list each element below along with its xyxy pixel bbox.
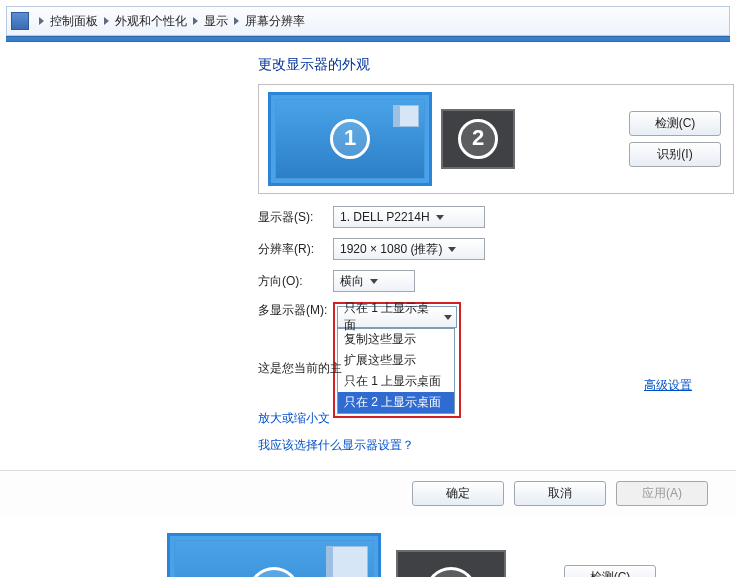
detect-button[interactable]: 检测(C) (629, 111, 721, 136)
monitor-2[interactable]: 2 (441, 109, 515, 169)
orientation-select[interactable]: 横向 (333, 270, 415, 292)
control-panel-icon (11, 12, 29, 30)
display-value: 1. DELL P2214H (340, 210, 430, 224)
taskbar-thumb-icon (393, 105, 419, 127)
resolution-label: 分辨率(R): (258, 241, 333, 258)
orientation-label: 方向(O): (258, 273, 333, 290)
advanced-settings-link[interactable]: 高级设置 (644, 377, 692, 394)
magnify-link[interactable]: 放大或缩小文 (258, 411, 330, 425)
display-label: 显示器(S): (258, 209, 333, 226)
crumb-display[interactable]: 显示 (204, 13, 228, 30)
dialog-buttons: 确定 取消 应用(A) (0, 470, 736, 516)
resolution-select[interactable]: 1920 × 1080 (推荐) (333, 238, 485, 260)
page-title: 更改显示器的外观 (258, 56, 718, 74)
detect-button[interactable]: 检测(C) (564, 565, 656, 577)
display-select[interactable]: 1. DELL P2214H (333, 206, 485, 228)
which-display-link[interactable]: 我应该选择什么显示器设置？ (258, 437, 414, 454)
monitor-number-1: 1 (330, 119, 370, 159)
multi-display-label: 多显示器(M): (258, 302, 333, 319)
chevron-down-icon (436, 215, 444, 220)
chevron-down-icon (444, 315, 452, 320)
taskbar-thumb-icon (326, 546, 368, 577)
resolution-value: 1920 × 1080 (推荐) (340, 241, 442, 258)
monitor-number-2: 2 (458, 119, 498, 159)
monitor-1-large[interactable]: 1 (170, 536, 378, 577)
ok-button[interactable]: 确定 (412, 481, 504, 506)
crumb-resolution[interactable]: 屏幕分辨率 (245, 13, 305, 30)
primary-status-text: 这是您当前的主 (258, 360, 718, 377)
chevron-down-icon (370, 279, 378, 284)
multi-display-select[interactable]: 只在 1 上显示桌面 (337, 306, 457, 328)
chevron-right-icon (104, 17, 109, 25)
multi-display-value: 只在 1 上显示桌面 (344, 300, 438, 334)
chevron-right-icon (234, 17, 239, 25)
cancel-button[interactable]: 取消 (514, 481, 606, 506)
monitor-number-1: 1 (248, 567, 300, 577)
monitor-preview: 1 2 检测(C) 识别(I) (258, 84, 734, 194)
identify-button[interactable]: 识别(I) (629, 142, 721, 167)
monitor-1[interactable]: 1 (271, 95, 429, 183)
monitor-number-2: 2 (425, 567, 477, 577)
breadcrumb[interactable]: 控制面板 外观和个性化 显示 屏幕分辨率 (6, 6, 730, 36)
monitor-preview-large: 1 2 检测(C) 识别(I) (0, 516, 736, 577)
apply-button: 应用(A) (616, 481, 708, 506)
orientation-value: 横向 (340, 273, 364, 290)
chevron-right-icon (193, 17, 198, 25)
crumb-appearance[interactable]: 外观和个性化 (115, 13, 187, 30)
chevron-right-icon (39, 17, 44, 25)
monitor-2-large[interactable]: 2 (396, 550, 506, 577)
chevron-down-icon (448, 247, 456, 252)
crumb-control-panel[interactable]: 控制面板 (50, 13, 98, 30)
